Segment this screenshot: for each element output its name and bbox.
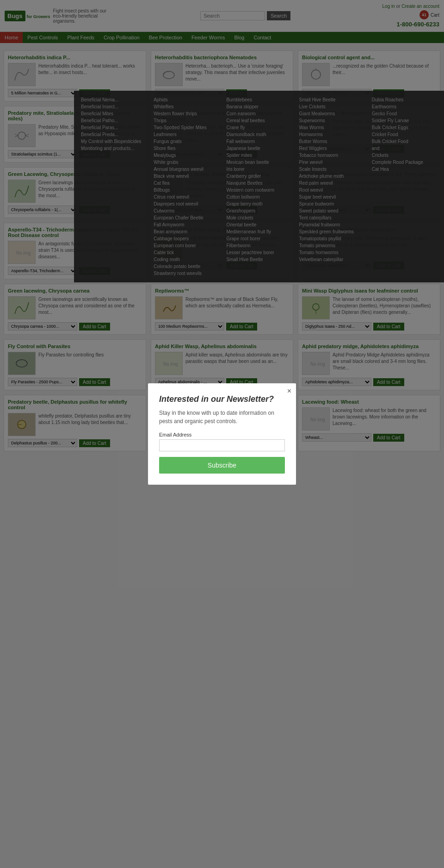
modal-overlay[interactable]: × Interested in our Newsletter? Stay in … (0, 0, 444, 455)
modal-close-button[interactable]: × (287, 387, 291, 395)
email-label: Email Address (159, 432, 285, 437)
modal-body: Stay in the know with up to date informa… (159, 409, 285, 425)
modal-title: Interested in our Newsletter? (159, 394, 285, 404)
newsletter-modal: × Interested in our Newsletter? Stay in … (148, 383, 296, 455)
email-input[interactable] (159, 439, 285, 451)
